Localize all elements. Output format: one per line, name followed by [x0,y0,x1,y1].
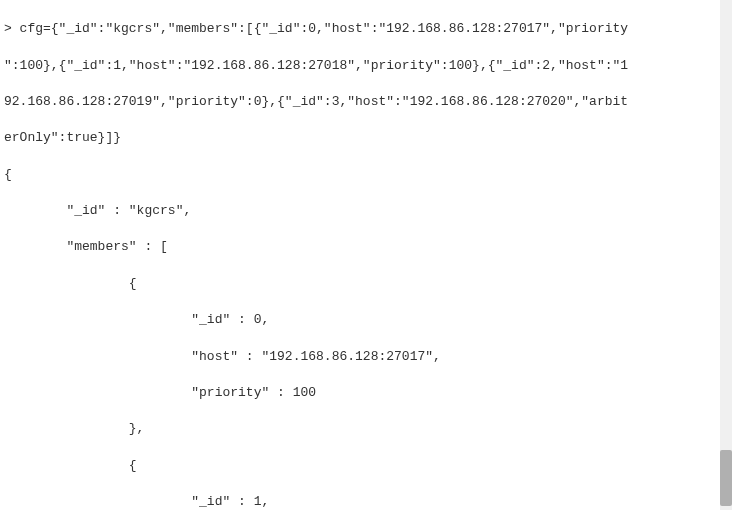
member-1-open: { [4,457,716,475]
member-0-open: { [4,275,716,293]
scrollbar-thumb[interactable] [720,450,732,506]
command-line-cont: erOnly":true}]} [4,129,716,147]
member-0-id: "_id" : 0, [4,311,716,329]
output-id: "_id" : "kgcrs", [4,202,716,220]
scrollbar-track[interactable] [720,0,732,510]
member-0-host: "host" : "192.168.86.128:27017", [4,348,716,366]
command-line-cont: ":100},{"_id":1,"host":"192.168.86.128:2… [4,57,716,75]
output-brace-open: { [4,166,716,184]
member-1-id: "_id" : 1, [4,493,716,510]
terminal-output[interactable]: > cfg={"_id":"kgcrs","members":[{"_id":0… [0,0,720,510]
member-0-close: }, [4,420,716,438]
output-members-open: "members" : [ [4,238,716,256]
command-line-cont: 92.168.86.128:27019","priority":0},{"_id… [4,93,716,111]
member-0-priority: "priority" : 100 [4,384,716,402]
command-line: > cfg={"_id":"kgcrs","members":[{"_id":0… [4,20,716,38]
